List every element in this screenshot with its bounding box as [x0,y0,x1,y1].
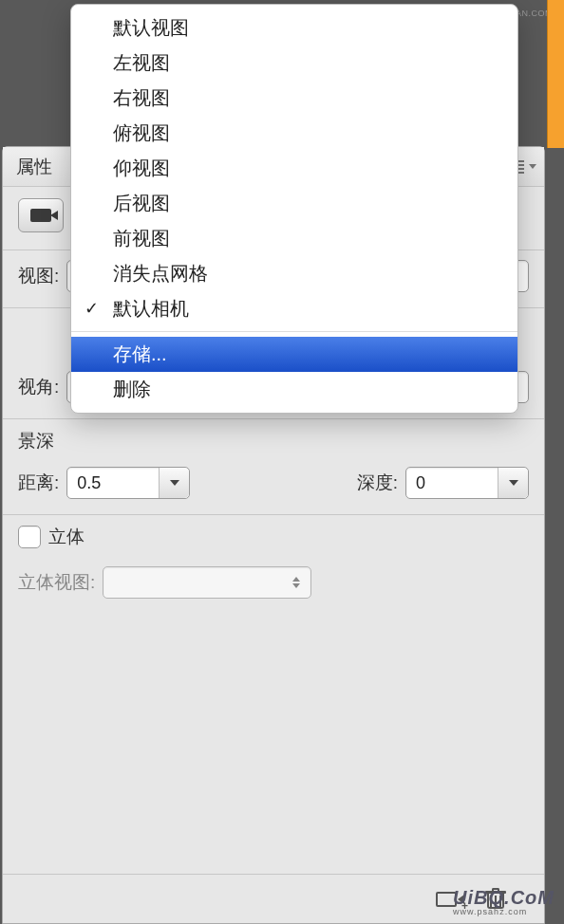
stereo-view-label: 立体视图: [18,570,95,595]
menu-item-bottom-view[interactable]: 仰视图 [71,151,517,186]
watermark-bottom: UiBQ.CoM www.psahz.com [453,887,555,916]
check-icon: ✓ [85,298,99,319]
depth-value: 0 [406,473,498,493]
distance-input[interactable]: 0.5 [66,467,190,499]
fov-label: 视角: [18,375,59,399]
menu-item-front-view[interactable]: 前视图 [71,221,517,256]
stereo-checkbox[interactable] [18,526,41,548]
distance-label: 距离: [18,471,59,495]
view-dropdown-menu: 默认视图 左视图 右视图 俯视图 仰视图 后视图 前视图 消失点网格 ✓ 默认相… [70,4,518,414]
chevron-down-icon [529,164,536,169]
distance-value: 0.5 [67,473,159,493]
stereo-label: 立体 [48,525,85,549]
menu-item-save[interactable]: 存储... [71,337,517,372]
camera-type-button[interactable] [18,198,64,232]
depth-dropdown-arrow[interactable] [498,468,528,498]
stereo-view-combo [103,566,311,599]
menu-item-right-view[interactable]: 右视图 [71,81,517,116]
dof-title: 景深 [18,429,529,453]
panel-title: 属性 [16,155,52,179]
stepper-icon [288,577,310,588]
menu-item-vanishing-grid[interactable]: 消失点网格 [71,256,517,291]
menu-item-delete[interactable]: 删除 [71,372,517,407]
menu-item-left-view[interactable]: 左视图 [71,46,517,81]
depth-input[interactable]: 0 [405,467,529,499]
dof-section: 景深 距离: 0.5 深度: 0 [3,419,544,515]
canvas-edge [547,0,564,148]
stereo-section: 立体 立体视图: [3,515,544,614]
menu-item-top-view[interactable]: 俯视图 [71,116,517,151]
depth-label: 深度: [357,471,398,495]
camera-icon [30,209,51,222]
menu-item-default-view[interactable]: 默认视图 [71,10,517,46]
distance-dropdown-arrow[interactable] [159,468,189,498]
menu-separator [71,331,517,332]
menu-item-back-view[interactable]: 后视图 [71,186,517,221]
menu-item-default-camera[interactable]: ✓ 默认相机 [71,291,517,326]
view-label: 视图: [18,264,59,288]
